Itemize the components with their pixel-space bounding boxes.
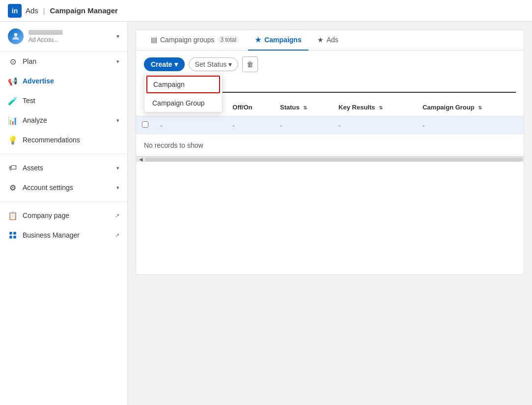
col-offon-label: Off/On <box>232 104 252 111</box>
campaign-groups-badge: 3 total <box>218 36 240 44</box>
account-selector[interactable]: Ad Accou... ▾ <box>0 22 127 52</box>
account-settings-chevron-icon: ▾ <box>116 185 119 191</box>
delete-icon: 🗑 <box>247 60 253 68</box>
col-key-results-label: Key Results <box>338 104 375 111</box>
svg-point-0 <box>14 33 18 36</box>
set-status-chevron-icon: ▾ <box>228 60 232 68</box>
cell-name: - <box>154 116 226 135</box>
sidebar-divider-2 <box>0 201 127 202</box>
sidebar-divider-1 <box>0 154 127 154</box>
plan-icon: ⊙ <box>8 56 18 66</box>
cell-campaign-group: - <box>417 116 524 135</box>
svg-rect-4 <box>13 236 16 238</box>
table-row: - - - - - <box>136 116 524 135</box>
top-nav: in Ads | Campaign Manager <box>0 0 532 22</box>
col-status-label: Status <box>280 104 300 111</box>
content-card: ▤ Campaign groups 3 total ★ Campaigns ★ … <box>136 29 524 275</box>
campaigns-tab-icon: ★ <box>255 36 261 44</box>
col-offon: Off/On <box>226 99 274 116</box>
horizontal-scrollbar[interactable]: ◀ <box>136 156 524 162</box>
col-key-results: Key Results ⇅ <box>333 99 417 116</box>
create-dropdown-menu: Campaign Campaign Group <box>144 74 223 112</box>
advertise-icon: 📢 <box>8 76 18 86</box>
external-link-icon-company: ↗ <box>115 213 119 219</box>
tab-campaign-groups[interactable]: ▤ Campaign groups 3 total <box>144 30 246 51</box>
account-icon <box>8 28 24 44</box>
dropdown-item-campaign-group[interactable]: Campaign Group <box>144 94 222 112</box>
sidebar-item-company-page[interactable]: 📋 Company page ↗ <box>0 206 127 225</box>
sidebar-item-assets[interactable]: 🏷 Assets ▾ <box>0 158 127 178</box>
sidebar-item-account-settings[interactable]: ⚙ Account settings ▾ <box>0 178 127 197</box>
campaign-groups-tab-label: Campaign groups <box>160 36 215 44</box>
dropdown-campaign-group-label: Campaign Group <box>152 99 205 107</box>
table-body: - - - - - <box>136 116 524 135</box>
linkedin-logo: in <box>8 4 22 18</box>
test-icon: 🧪 <box>8 96 18 106</box>
ads-tab-icon: ★ <box>317 36 324 44</box>
recommendations-icon: 💡 <box>8 135 18 145</box>
company-page-icon: 📋 <box>8 211 18 220</box>
scroll-track[interactable] <box>145 158 523 162</box>
col-campaign-group: Campaign Group ⇅ <box>417 99 524 116</box>
row-checkbox[interactable] <box>142 121 148 128</box>
tab-ads[interactable]: ★ Ads <box>310 30 345 51</box>
assets-chevron-icon: ▾ <box>116 165 119 171</box>
layout: Ad Accou... ▾ ⊙ Plan ▾ 📢 Advertise 🧪 Tes… <box>0 22 532 405</box>
col-key-results-sort-icon[interactable]: ⇅ <box>379 105 383 110</box>
tab-campaigns[interactable]: ★ Campaigns <box>248 30 308 51</box>
business-manager-icon <box>8 230 18 240</box>
main-content: ▤ Campaign groups 3 total ★ Campaigns ★ … <box>128 22 532 405</box>
campaign-groups-tab-icon: ▤ <box>151 36 157 44</box>
account-name: Ad Accou... <box>28 30 112 43</box>
sidebar: Ad Accou... ▾ ⊙ Plan ▾ 📢 Advertise 🧪 Tes… <box>0 22 128 405</box>
set-status-label: Set Status <box>195 60 227 68</box>
plan-chevron-icon: ▾ <box>116 58 119 65</box>
col-status: Status ⇅ <box>274 99 333 116</box>
external-link-icon-bm: ↗ <box>115 232 119 239</box>
nav-separator: | <box>43 7 45 15</box>
col-status-sort-icon[interactable]: ⇅ <box>303 105 307 110</box>
cell-checkbox <box>136 116 154 135</box>
dropdown-campaign-label: Campaign <box>153 81 185 88</box>
cell-offon: - <box>226 116 274 135</box>
svg-rect-1 <box>9 232 12 234</box>
analyze-icon: 📊 <box>8 115 18 125</box>
set-status-button[interactable]: Set Status ▾ <box>189 57 239 71</box>
sidebar-item-plan[interactable]: ⊙ Plan ▾ <box>0 52 127 71</box>
sidebar-item-business-manager[interactable]: Business Manager ↗ <box>0 225 127 245</box>
delete-button[interactable]: 🗑 <box>242 56 258 72</box>
tabs-bar: ▤ Campaign groups 3 total ★ Campaigns ★ … <box>136 30 524 51</box>
col-campaign-group-label: Campaign Group <box>422 104 474 111</box>
ads-title: Ads <box>26 6 38 15</box>
campaigns-tab-label: Campaigns <box>264 36 301 44</box>
ads-tab-label: Ads <box>327 36 338 44</box>
col-campaign-group-sort-icon[interactable]: ⇅ <box>478 105 482 110</box>
account-settings-icon: ⚙ <box>8 183 18 192</box>
analyze-chevron-icon: ▾ <box>116 117 119 124</box>
dropdown-item-campaign[interactable]: Campaign <box>146 76 220 93</box>
sidebar-item-test[interactable]: 🧪 Test <box>0 91 127 110</box>
cell-status: - <box>274 116 333 135</box>
svg-rect-3 <box>9 236 12 238</box>
toolbar: Create ▾ Set Status ▾ 🗑 Campaign Campa <box>136 51 524 78</box>
no-records-message: No records to show <box>136 135 524 156</box>
create-chevron-icon: ▾ <box>174 60 178 68</box>
account-chevron-icon: ▾ <box>116 33 119 40</box>
create-button[interactable]: Create ▾ <box>144 57 185 71</box>
sidebar-item-analyze[interactable]: 📊 Analyze ▾ <box>0 110 127 130</box>
scroll-left-button[interactable]: ◀ <box>137 157 145 162</box>
brand-title: Campaign Manager <box>50 6 118 15</box>
sidebar-item-advertise[interactable]: 📢 Advertise <box>0 71 127 91</box>
cell-key-results: - <box>333 116 417 135</box>
svg-rect-2 <box>13 232 16 234</box>
sidebar-item-recommendations[interactable]: 💡 Recommendations <box>0 130 127 150</box>
create-button-label: Create <box>151 60 172 68</box>
assets-icon: 🏷 <box>8 163 18 173</box>
